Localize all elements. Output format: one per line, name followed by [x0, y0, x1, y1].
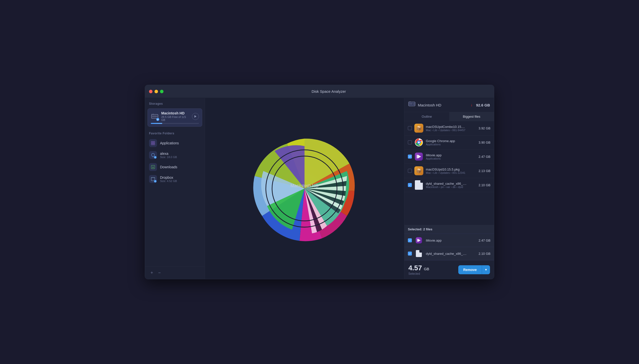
- sidebar-item-alexa[interactable]: alexa Size: 18.0 GB: [145, 149, 205, 161]
- svg-rect-5: [151, 141, 153, 143]
- selected-file-size: 2.10 GB: [479, 252, 491, 256]
- tab-biggest-files[interactable]: Biggest files: [449, 112, 494, 121]
- file-item[interactable]: Google Chrome.app Applications 3.90 GB: [404, 136, 494, 150]
- svg-text:Macintosh HD: Macintosh HD: [290, 183, 319, 188]
- selected-file-dyld[interactable]: ✓ dyld_shared_cache_x86_.... 2.10 GB: [404, 247, 494, 260]
- remove-folder-button[interactable]: −: [157, 270, 162, 276]
- sidebar-item-dropbox[interactable]: Dropbox Size: 4.52 GB: [145, 173, 205, 185]
- file-icon-pkg: 📦: [414, 124, 423, 133]
- file-size: 2.10 GB: [479, 183, 491, 187]
- right-panel: Macintosh HD ↓ 92.6 GB Outline Biggest f…: [404, 98, 494, 279]
- storage-macintosh-hd[interactable]: Macintosh HD 28.5 GB Free of 121 GB: [147, 108, 202, 127]
- selected-file-imovie[interactable]: ✓ iMovie.app: [404, 234, 494, 247]
- file-item[interactable]: 📦 macOSUpd10.15.5.pkg Mac › Lib › Update…: [404, 164, 494, 178]
- file-name: dyld_shared_cache_x86_....: [426, 182, 476, 186]
- app-window: Disk Space Analyzer Storages: [145, 85, 494, 279]
- center-panel: Macintosh HD: [205, 98, 404, 279]
- sidebar-item-downloads[interactable]: Downloads: [145, 161, 205, 173]
- selected-file-name: iMovie.app: [426, 238, 476, 242]
- file-icon-imovie: [414, 152, 423, 161]
- svg-rect-1: [152, 116, 156, 118]
- file-checkbox[interactable]: [408, 140, 412, 144]
- file-name: Google Chrome.app: [426, 139, 476, 143]
- selected-file-size: 2.47 GB: [479, 238, 491, 242]
- file-checkbox[interactable]: ✓: [408, 154, 412, 158]
- drive-icon: [408, 102, 415, 108]
- selected-file-checkbox[interactable]: ✓: [408, 238, 412, 242]
- doc-icon: [415, 180, 423, 190]
- file-checkbox[interactable]: [408, 169, 412, 173]
- favorites-label: Favorite Folders: [145, 128, 205, 137]
- file-path: Macintosh › pri › var › db › dyld: [426, 186, 476, 188]
- storage-name: Macintosh HD: [161, 111, 189, 115]
- maximize-button[interactable]: [160, 90, 163, 93]
- file-icon-chrome: [414, 138, 423, 147]
- storage-progress-fill: [151, 123, 162, 124]
- downloads-icon: [149, 163, 157, 171]
- dropbox-label: Dropbox: [160, 176, 201, 180]
- right-header: Macintosh HD ↓ 92.6 GB: [404, 98, 494, 112]
- tab-outline[interactable]: Outline: [404, 112, 449, 121]
- alexa-label: alexa: [160, 152, 201, 156]
- file-list: 📦 macOSUpdCombo10.15.... Mac › Lib › Upd…: [404, 121, 494, 225]
- svg-rect-6: [153, 141, 155, 143]
- dropbox-icon: [149, 175, 157, 183]
- drive-size: 92.6 GB: [476, 103, 490, 107]
- file-path: Applications: [426, 157, 476, 160]
- main-content: Storages: [145, 98, 494, 279]
- hd-icon: [151, 112, 159, 120]
- applications-icon: [149, 139, 157, 147]
- svg-point-22: [418, 142, 420, 143]
- file-icon-doc: [414, 180, 423, 190]
- selected-section: Selected: 2 files: [404, 225, 494, 234]
- drive-name: Macintosh HD: [418, 103, 468, 107]
- downloads-label: Downloads: [160, 165, 201, 169]
- file-name: iMovie.app: [426, 153, 476, 157]
- minimize-button[interactable]: [154, 90, 158, 93]
- sidebar-item-applications[interactable]: Applications: [145, 137, 205, 149]
- file-path: Applications: [426, 143, 476, 146]
- file-name: macOSUpdCombo10.15....: [426, 125, 476, 129]
- selected-size-display: 4.57 GB Selected: [408, 264, 455, 276]
- applications-label: Applications: [160, 141, 201, 145]
- sidebar-bottom: + −: [145, 266, 205, 279]
- sidebar: Storages: [145, 98, 205, 279]
- close-button[interactable]: [149, 90, 152, 93]
- file-size: 2.47 GB: [479, 155, 491, 158]
- svg-rect-15: [409, 103, 412, 105]
- tabs: Outline Biggest files: [404, 112, 494, 121]
- check-badge: [156, 118, 159, 121]
- file-icon-pkg: 📦: [414, 166, 423, 175]
- selected-unit: GB: [424, 267, 429, 271]
- file-item[interactable]: 📦 macOSUpdCombo10.15.... Mac › Lib › Upd…: [404, 121, 494, 136]
- storages-label: Storages: [145, 98, 205, 108]
- remove-button[interactable]: Remove: [458, 265, 482, 274]
- selected-file-checkbox[interactable]: ✓: [408, 252, 412, 256]
- file-item[interactable]: ✓ dyld_shared_cache_x86_.... Macintosh ›…: [404, 178, 494, 192]
- selected-label: Selected: 2 files: [408, 228, 491, 231]
- storage-size: 28.5 GB Free of 121 GB: [161, 116, 189, 122]
- remove-button-group: Remove ▼: [458, 265, 490, 274]
- traffic-lights: [149, 90, 163, 93]
- selected-imovie-icon: [414, 236, 423, 245]
- file-path: Mac › Lib › Updates › 061-94457: [426, 129, 476, 132]
- doc-icon-small: [416, 250, 422, 257]
- svg-rect-8: [153, 143, 155, 145]
- selected-label-small: Selected: [408, 272, 455, 276]
- file-size: 3.92 GB: [479, 126, 491, 130]
- file-checkbox[interactable]: ✓: [408, 183, 412, 187]
- file-path: Mac › Lib › Updates › 001-12341: [426, 171, 476, 174]
- disk-chart: Macintosh HD: [242, 126, 367, 251]
- app-title: Disk Space Analyzer: [167, 89, 490, 94]
- file-checkbox[interactable]: [408, 126, 412, 130]
- file-item[interactable]: ✓: [404, 150, 494, 164]
- file-size: 3.90 GB: [479, 140, 491, 144]
- svg-rect-7: [151, 143, 153, 145]
- play-button[interactable]: [192, 113, 199, 120]
- remove-dropdown-button[interactable]: ▼: [482, 265, 490, 274]
- dropbox-size: Size: 4.52 GB: [160, 180, 201, 182]
- titlebar: Disk Space Analyzer: [145, 85, 494, 98]
- file-size: 2.13 GB: [479, 169, 491, 173]
- add-folder-button[interactable]: +: [149, 270, 155, 276]
- selected-doc-icon: [414, 249, 423, 258]
